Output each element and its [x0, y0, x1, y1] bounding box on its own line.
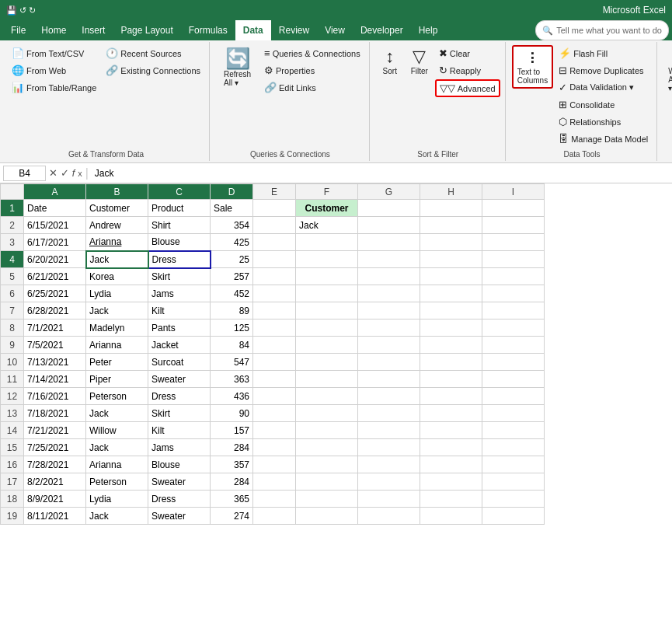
table-row: 9 7/5/2021 Arianna Jacket 84 [1, 337, 545, 354]
btn-queries-connections[interactable]: ≡ Queries & Connections [260, 45, 364, 61]
cell-a4[interactable]: 6/20/2021 [24, 251, 86, 268]
cell-c4[interactable]: Dress [148, 251, 211, 268]
btn-from-table[interactable]: 📊 From Table/Range [8, 79, 100, 96]
tab-insert[interactable]: Insert [74, 20, 113, 40]
sheet-table: A B C D E F G H I 1 Date Customer Produ [0, 183, 545, 525]
cell-a1[interactable]: Date [24, 200, 86, 217]
btn-edit-links[interactable]: 🔗 Edit Links [260, 79, 364, 96]
tab-data[interactable]: Data [235, 20, 271, 40]
btn-properties[interactable]: ⚙ Properties [260, 62, 364, 79]
queries-right: ≡ Queries & Connections ⚙ Properties 🔗 E… [260, 45, 364, 96]
cell-c3[interactable]: Blouse [148, 234, 211, 251]
btn-clear[interactable]: ✖ Clear [435, 45, 500, 61]
btn-sort[interactable]: ↕ Sort [376, 45, 404, 79]
col-header-i[interactable]: I [482, 184, 545, 200]
cell-g3[interactable] [358, 234, 420, 251]
cell-a3[interactable]: 6/17/2021 [24, 234, 86, 251]
cell-e1[interactable] [253, 200, 296, 217]
btn-recent-sources[interactable]: 🕐 Recent Sources [102, 45, 204, 61]
group-forecast-label: Forecast [659, 150, 672, 159]
col-header-f[interactable]: F [296, 184, 358, 200]
btn-manage-data-model[interactable]: 🗄 Manage Data Model [555, 131, 652, 147]
cell-g4[interactable] [358, 251, 420, 268]
btn-reapply[interactable]: ↻ Reapply [435, 62, 500, 79]
btn-remove-duplicates[interactable]: ⊟ Remove Duplicates [555, 62, 652, 79]
cell-h3[interactable] [420, 234, 482, 251]
text-columns-icon: ⫶ [528, 49, 537, 66]
btn-from-web[interactable]: 🌐 From Web [8, 62, 100, 79]
formula-input[interactable] [92, 166, 669, 180]
cell-h2[interactable] [420, 217, 482, 234]
cell-h1[interactable] [420, 200, 482, 217]
spreadsheet: A B C D E F G H I 1 Date Customer Produ [0, 183, 672, 525]
cell-d4[interactable]: 25 [211, 251, 253, 268]
btn-data-validation[interactable]: ✓ Data Validation ▾ [555, 79, 652, 96]
cell-b1[interactable]: Customer [86, 200, 148, 217]
cell-g1[interactable] [358, 200, 420, 217]
cell-i4[interactable] [482, 251, 545, 268]
cell-f3[interactable] [296, 234, 358, 251]
col-header-corner [1, 184, 24, 200]
btn-from-text-csv-label: From Text/CSV [26, 49, 84, 58]
tab-review[interactable]: Review [271, 20, 317, 40]
tab-home[interactable]: Home [33, 20, 74, 40]
col-header-h[interactable]: H [420, 184, 482, 200]
cell-i3[interactable] [482, 234, 545, 251]
cell-e2[interactable] [253, 217, 296, 234]
cell-c5[interactable]: Skirt [148, 268, 211, 285]
col-header-e[interactable]: E [253, 184, 296, 200]
cell-c1[interactable]: Product [148, 200, 211, 217]
cell-i2[interactable] [482, 217, 545, 234]
cell-d3[interactable]: 425 [211, 234, 253, 251]
tab-developer[interactable]: Developer [353, 20, 411, 40]
cell-c2[interactable]: Shirt [148, 217, 211, 234]
col-header-a[interactable]: A [24, 184, 86, 200]
formula-bar: ✕ ✓ fx | [0, 163, 672, 183]
connections-icon: 🔗 [106, 65, 118, 76]
sheet-scroll[interactable]: A B C D E F G H I 1 Date Customer Produ [0, 183, 672, 525]
tab-file[interactable]: File [3, 20, 33, 40]
tell-me-box[interactable]: 🔍 Tell me what you want to do [535, 20, 669, 40]
cell-e3[interactable] [253, 234, 296, 251]
cell-d5[interactable]: 257 [211, 268, 253, 285]
cell-i1[interactable] [482, 200, 545, 217]
cell-g2[interactable] [358, 217, 420, 234]
tab-help[interactable]: Help [411, 20, 446, 40]
col-header-g[interactable]: G [358, 184, 420, 200]
btn-what-if[interactable]: 🔀 What-IfAnalysis ▾ [663, 45, 672, 96]
col-header-b[interactable]: B [86, 184, 148, 200]
btn-consolidate[interactable]: ⊞ Consolidate [555, 96, 652, 113]
cell-reference-box[interactable] [3, 166, 46, 181]
clear-icon: ✖ [439, 47, 447, 59]
cell-b5[interactable]: Korea [86, 268, 148, 285]
btn-text-to-columns[interactable]: ⫶ Text toColumns [512, 45, 553, 89]
cell-b3[interactable]: Arianna [86, 234, 148, 251]
col-header-c[interactable]: C [148, 184, 211, 200]
btn-advanced[interactable]: ▽▽ Advanced [435, 79, 500, 97]
btn-existing-connections[interactable]: 🔗 Existing Connections [102, 62, 204, 79]
btn-refresh-all[interactable]: 🔄 RefreshAll ▾ [216, 45, 259, 90]
cell-h4[interactable] [420, 251, 482, 268]
btn-recent-sources-label: Recent Sources [120, 49, 181, 58]
btn-flash-fill[interactable]: ⚡ Flash Fill [555, 45, 652, 61]
cell-f4[interactable] [296, 251, 358, 268]
btn-from-text-csv[interactable]: 📄 From Text/CSV [8, 45, 100, 61]
btn-relationships[interactable]: ⬡ Relationships [555, 113, 652, 130]
cell-d2[interactable]: 354 [211, 217, 253, 234]
cell-f1[interactable]: Customer [296, 200, 358, 217]
cell-e4[interactable] [253, 251, 296, 268]
cell-f2[interactable]: Jack [296, 217, 358, 234]
tab-formulas[interactable]: Formulas [181, 20, 235, 40]
tab-view[interactable]: View [317, 20, 353, 40]
cell-b2[interactable]: Andrew [86, 217, 148, 234]
cell-a5[interactable]: 6/21/2021 [24, 268, 86, 285]
cell-b4[interactable]: Jack [86, 251, 148, 268]
table-row: 12 7/16/2021 Peterson Dress 436 [1, 388, 545, 405]
table-row: 7 6/28/2021 Jack Kilt 89 [1, 302, 545, 319]
cell-a2[interactable]: 6/15/2021 [24, 217, 86, 234]
tab-page-layout[interactable]: Page Layout [113, 20, 180, 40]
search-icon: 🔍 [542, 26, 553, 36]
btn-filter[interactable]: ▽ Filter [406, 45, 433, 79]
cell-d1[interactable]: Sale [211, 200, 253, 217]
col-header-d[interactable]: D [211, 184, 253, 200]
